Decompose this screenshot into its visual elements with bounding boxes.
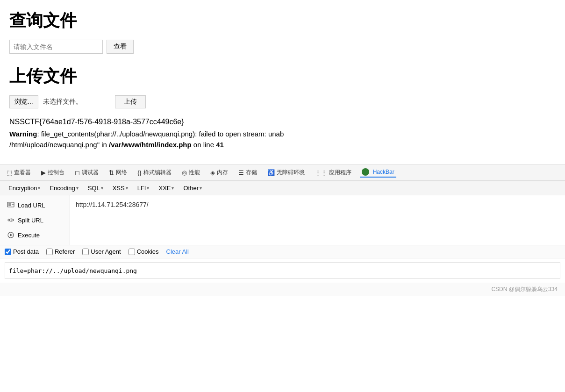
devtools-item-style[interactable]: {} 样式编辑器: [136, 168, 173, 178]
upload-title: 上传文件: [9, 65, 556, 88]
network-icon: ⇅: [109, 169, 114, 176]
xxe-arrow: ▾: [172, 185, 174, 191]
accessibility-label: 无障碍环境: [277, 169, 305, 177]
query-button[interactable]: 查看: [107, 40, 134, 54]
user-agent-checkbox-label[interactable]: User Agent: [82, 248, 121, 255]
menu-xss[interactable]: XSS ▾: [109, 183, 132, 193]
devtools-item-debugger[interactable]: ◻ 调试器: [73, 168, 100, 178]
hackbar-menubar: Encryption ▾ Encoding ▾ SQL ▾ XSS ▾ LFI …: [0, 181, 565, 195]
query-title: 查询文件: [9, 9, 556, 32]
execute-icon: [7, 231, 15, 239]
accessibility-icon: ♿: [267, 169, 275, 176]
menu-sql[interactable]: SQL ▾: [84, 183, 107, 193]
post-data-label: Post data: [13, 248, 39, 255]
console-label: 控制台: [48, 169, 64, 177]
split-url-button[interactable]: Split URL: [3, 214, 67, 226]
devtools-item-application[interactable]: ⋮⋮ 应用程序: [313, 168, 353, 178]
devtools-item-console[interactable]: ▶ 控制台: [39, 168, 66, 178]
split-url-label: Split URL: [18, 217, 43, 224]
encoding-label: Encoding: [50, 185, 75, 192]
load-url-button[interactable]: Load URL: [3, 199, 67, 211]
devtools-item-performance[interactable]: ◎ 性能: [180, 168, 202, 178]
query-input[interactable]: [9, 40, 103, 54]
xss-arrow: ▾: [126, 185, 128, 191]
devtools-item-memory[interactable]: ◈ 内存: [208, 168, 230, 178]
menu-xxe[interactable]: XXE ▾: [155, 183, 178, 193]
result-section: NSSCTF{764ae1d7-f576-4918-918a-3577cc449…: [9, 118, 556, 150]
warning-file: /var/www/html/index.php: [109, 141, 192, 149]
encoding-arrow: ▾: [76, 185, 79, 191]
post-data-area: [0, 258, 565, 283]
application-icon: ⋮⋮: [315, 169, 327, 176]
no-file-label: 未选择文件。: [43, 98, 82, 106]
url-input[interactable]: http://1.14.71.254:28677/: [74, 199, 561, 227]
sql-label: SQL: [88, 185, 100, 192]
referer-checkbox-label[interactable]: Referer: [46, 248, 75, 255]
xxe-label: XXE: [158, 185, 171, 192]
cookies-checkbox[interactable]: [129, 249, 135, 255]
style-icon: {}: [137, 169, 142, 176]
devtools-item-inspector[interactable]: ⬚ 查看器: [5, 168, 33, 178]
menu-encoding[interactable]: Encoding ▾: [46, 183, 82, 193]
performance-label: 性能: [189, 169, 200, 177]
post-data-input[interactable]: [5, 262, 560, 279]
hackbar-left: Load URL Split URL: [0, 195, 70, 245]
warning-text: Warning: file_get_contents(phar://../upl…: [9, 129, 556, 150]
warning-lineno: 41: [216, 141, 224, 149]
inspector-icon: ⬚: [7, 169, 12, 176]
menu-encryption[interactable]: Encryption ▾: [5, 183, 44, 193]
inspector-label: 查看器: [14, 169, 31, 177]
browse-button[interactable]: 浏览...: [9, 95, 38, 108]
execute-button[interactable]: Execute: [3, 229, 67, 241]
devtools-bar: ⬚ 查看器 ▶ 控制台 ◻ 调试器 ⇅ 网络 {} 样式编辑器 ◎ 性能 ◈ 内…: [0, 164, 565, 181]
warning-suffix: on line: [192, 141, 216, 149]
csdn-text: CSDN @偶尔躲躲乌云334: [491, 286, 558, 292]
console-icon: ▶: [41, 169, 46, 176]
other-label: Other: [183, 185, 199, 192]
debugger-label: 调试器: [82, 169, 99, 177]
hackbar-label: HackBar: [373, 169, 394, 175]
hackbar-right: http://1.14.71.254:28677/: [70, 195, 565, 245]
application-label: 应用程序: [329, 169, 351, 177]
menu-other[interactable]: Other ▾: [179, 183, 206, 193]
devtools-item-storage[interactable]: ☰ 存储: [236, 168, 259, 178]
user-agent-label: User Agent: [91, 248, 121, 255]
hackbar-icon: [362, 168, 369, 176]
encryption-label: Encryption: [8, 185, 37, 192]
storage-label: 存储: [246, 169, 257, 177]
memory-label: 内存: [217, 169, 228, 177]
warning-line2: /html/upload/newquanqi.png" in: [9, 141, 109, 149]
query-section: 查询文件 查看: [9, 9, 556, 54]
load-url-label: Load URL: [18, 202, 45, 209]
hackbar-panel: Encryption ▾ Encoding ▾ SQL ▾ XSS ▾ LFI …: [0, 181, 565, 296]
post-data-checkbox[interactable]: [5, 249, 11, 255]
memory-icon: ◈: [210, 169, 215, 176]
post-data-checkbox-label[interactable]: Post data: [5, 248, 39, 255]
devtools-item-accessibility[interactable]: ♿ 无障碍环境: [265, 168, 307, 178]
svg-rect-1: [8, 203, 11, 206]
encryption-arrow: ▾: [38, 185, 40, 191]
menu-lfi[interactable]: LFI ▾: [134, 183, 153, 193]
execute-label: Execute: [18, 232, 40, 239]
sql-arrow: ▾: [101, 185, 103, 191]
upload-button[interactable]: 上传: [115, 95, 146, 108]
storage-icon: ☰: [238, 169, 244, 176]
lfi-label: LFI: [137, 185, 146, 192]
referer-checkbox[interactable]: [46, 249, 53, 255]
hackbar-footer: Post data Referer User Agent Cookies Cle…: [0, 245, 565, 258]
split-url-icon: [7, 216, 15, 224]
hackbar-body: Load URL Split URL: [0, 195, 565, 245]
svg-point-3: [8, 219, 10, 221]
other-arrow: ▾: [200, 185, 202, 191]
referer-label: Referer: [55, 248, 75, 255]
clear-all-button[interactable]: Clear All: [166, 248, 189, 255]
cookies-checkbox-label[interactable]: Cookies: [129, 248, 159, 255]
csdn-footer: CSDN @偶尔躲躲乌云334: [0, 283, 565, 296]
devtools-item-network[interactable]: ⇅ 网络: [107, 168, 129, 178]
style-label: 样式编辑器: [143, 169, 172, 177]
devtools-item-hackbar[interactable]: HackBar: [360, 167, 396, 178]
upload-section: 上传文件 浏览... 未选择文件。 上传: [9, 65, 556, 108]
svg-line-5: [10, 219, 12, 219]
svg-point-4: [12, 219, 14, 221]
user-agent-checkbox[interactable]: [82, 249, 89, 255]
